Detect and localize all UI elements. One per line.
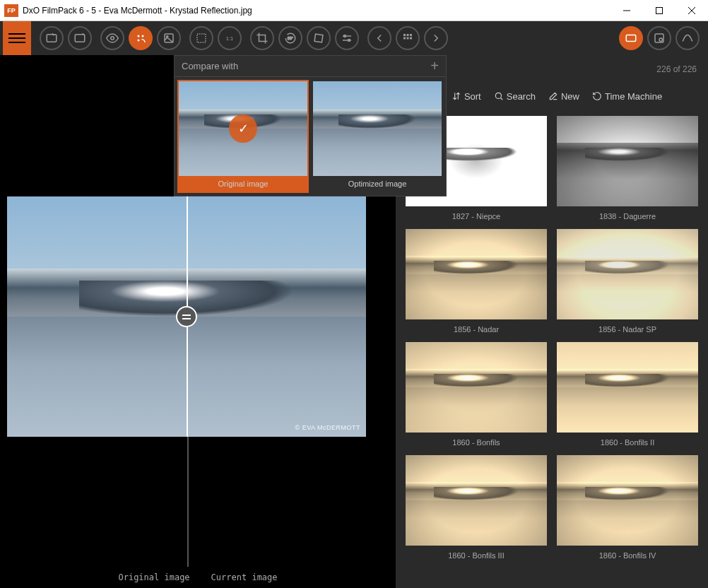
crop-button[interactable] (250, 26, 274, 50)
svg-rect-20 (403, 34, 406, 36)
svg-rect-5 (75, 35, 85, 42)
preview-toggle-button[interactable] (100, 26, 124, 50)
grid-view-button[interactable] (396, 26, 420, 50)
straighten-button[interactable] (307, 26, 331, 50)
rotate-90-button[interactable]: 90° (278, 26, 302, 50)
open-image-button[interactable] (40, 26, 64, 50)
presets-panel-button[interactable] (619, 26, 643, 50)
svg-point-6 (111, 37, 114, 40)
preset-label: 1860 - Bonfils III (406, 551, 547, 560)
preset-label: 1860 - Bonfils IV (557, 551, 698, 560)
svg-rect-21 (407, 34, 409, 36)
svg-point-32 (495, 93, 501, 98)
toolbar: 1:1 90° (0, 21, 708, 55)
svg-point-28 (659, 38, 663, 42)
sort-action[interactable]: Sort (452, 91, 481, 102)
preset-label: 1860 - Bonfils (406, 438, 547, 447)
add-compare-icon[interactable]: + (430, 58, 439, 74)
next-button[interactable] (424, 26, 448, 50)
compare-item-0[interactable]: ✓Original image (177, 80, 309, 193)
label-current: Current image (211, 572, 278, 582)
svg-rect-4 (47, 35, 57, 42)
levels-button[interactable] (335, 26, 359, 50)
search-action[interactable]: Search (494, 91, 536, 102)
time-machine-action[interactable]: Time Machine (592, 91, 662, 102)
save-image-button[interactable] (68, 26, 92, 50)
prev-button[interactable] (367, 26, 391, 50)
preset-item[interactable]: 1860 - Bonfils II (557, 342, 698, 447)
svg-rect-25 (410, 37, 412, 40)
svg-point-8 (142, 35, 144, 37)
svg-text:90°: 90° (288, 36, 293, 40)
svg-rect-1 (656, 7, 663, 13)
svg-text:1:1: 1:1 (226, 35, 233, 42)
image-viewer: Compare with + ✓Original imageOptimized … (0, 55, 396, 588)
label-original: Original image (118, 572, 189, 582)
preset-label: 1856 - Nadar (406, 325, 547, 334)
zoom-11-button[interactable]: 1:1 (218, 26, 242, 50)
titlebar: FP DxO FilmPack 6 - 5 - Eva McDermott - … (0, 0, 708, 21)
preset-item[interactable]: 1838 - Daguerre (557, 116, 698, 220)
svg-line-33 (500, 98, 502, 100)
svg-rect-22 (410, 34, 412, 36)
preset-item[interactable]: 1860 - Bonfils (406, 342, 547, 447)
preset-label: 1838 - Daguerre (557, 212, 698, 220)
compare-popup: Compare with + ✓Original imageOptimized … (174, 55, 447, 196)
svg-rect-24 (407, 37, 409, 40)
compare-item-label: Optimized image (313, 176, 442, 192)
maximize-button[interactable] (643, 0, 675, 20)
svg-point-9 (138, 40, 140, 42)
preset-item[interactable]: 1856 - Nadar (406, 229, 547, 334)
presets-grid: 1827 - Niepce1838 - Daguerre1856 - Nadar… (406, 116, 698, 560)
svg-rect-15 (314, 34, 323, 42)
svg-point-7 (138, 35, 140, 37)
compare-item-label: Original image (179, 176, 307, 192)
compare-title: Compare with (182, 61, 238, 71)
controls-panel-button[interactable] (647, 26, 671, 50)
compare-mode-button[interactable] (129, 26, 153, 50)
compare-header: Compare with + (175, 56, 446, 77)
minimize-button[interactable] (610, 0, 643, 20)
svg-rect-26 (626, 35, 636, 42)
compare-image[interactable]: © EVA McDERMOTT (7, 196, 366, 437)
single-view-button[interactable] (157, 26, 181, 50)
preset-item[interactable]: 1856 - Nadar SP (557, 229, 698, 334)
compare-handle[interactable] (176, 306, 197, 327)
compare-item-1[interactable]: Optimized image (312, 80, 443, 193)
histogram-button[interactable] (675, 26, 700, 50)
close-button[interactable] (675, 0, 708, 20)
window-title: DxO FilmPack 6 - 5 - Eva McDermott - Kry… (23, 6, 610, 16)
preset-item[interactable]: 1860 - Bonfils IV (557, 455, 698, 560)
app-icon: FP (4, 4, 18, 17)
hamburger-menu[interactable] (3, 21, 31, 55)
watermark: © EVA McDERMOTT (295, 424, 360, 431)
preset-label: 1856 - Nadar SP (557, 325, 698, 334)
svg-rect-12 (197, 34, 206, 42)
new-action[interactable]: New (548, 91, 579, 102)
preset-label: 1827 - Niepce (406, 212, 547, 220)
check-icon: ✓ (229, 114, 257, 143)
preset-label: 1860 - Bonfils II (557, 438, 698, 447)
preset-item[interactable]: 1860 - Bonfils III (406, 455, 547, 560)
fit-screen-button[interactable] (189, 26, 213, 50)
svg-rect-23 (403, 37, 406, 40)
